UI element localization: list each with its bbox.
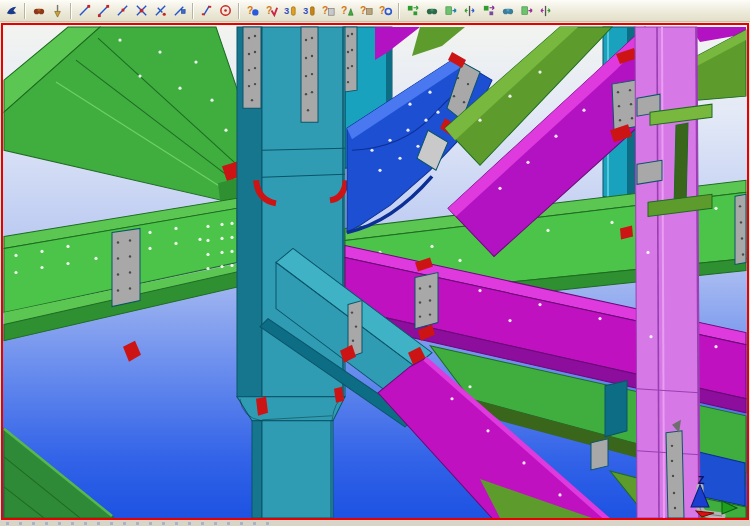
pan-tool-icon[interactable] <box>2 1 21 20</box>
numbering-modified-icon[interactable]: 3 <box>281 1 300 20</box>
snap-center-icon[interactable] <box>216 1 235 20</box>
move-to-plane-icon[interactable] <box>517 1 536 20</box>
plate-gray[interactable] <box>666 431 684 518</box>
svg-text:?: ? <box>246 5 252 16</box>
app-window: ??33???? <box>0 0 750 526</box>
snap-intersections-icon[interactable] <box>132 1 151 20</box>
snap-endpoints-icon[interactable] <box>94 1 113 20</box>
inquire-component-icon[interactable]: ? <box>376 1 395 20</box>
toolbar-group-view-tools <box>2 1 21 20</box>
svg-text:?: ? <box>322 5 328 16</box>
plate-gray[interactable] <box>243 27 261 108</box>
plumb-line-icon[interactable] <box>48 1 67 20</box>
inquire-phase-icon[interactable]: ? <box>338 1 357 20</box>
find-related-icon[interactable] <box>422 1 441 20</box>
model-scene: Z <box>3 25 747 518</box>
gusset-plate[interactable] <box>637 160 662 184</box>
plate-gray[interactable] <box>612 80 638 130</box>
move-to-object-icon[interactable] <box>479 1 498 20</box>
weld-mark <box>256 397 268 416</box>
toolbar-separator <box>24 3 26 19</box>
inquire-object-icon[interactable]: ? <box>243 1 262 20</box>
toolbar-group-copy-move-tools <box>403 1 555 20</box>
main-toolbar: ??33???? <box>0 0 750 22</box>
inquire-part-icon[interactable]: ? <box>262 1 281 20</box>
toolbar-group-inquire-tools: ??33???? <box>243 1 395 20</box>
snap-perpendicular-icon[interactable] <box>151 1 170 20</box>
toolbar-group-snap-tools <box>75 1 189 20</box>
plate-gray[interactable] <box>415 273 438 329</box>
plate-teal-stiffener[interactable] <box>605 381 627 437</box>
numbering-all-icon[interactable]: 3 <box>300 1 319 20</box>
toolbar-group-measure-tools <box>29 1 67 20</box>
model-viewport[interactable]: Z <box>1 23 749 520</box>
svg-text:3: 3 <box>284 6 289 16</box>
plate-gray[interactable] <box>735 194 746 264</box>
column-pink-right[interactable] <box>635 27 700 518</box>
snap-midpoints-icon[interactable] <box>113 1 132 20</box>
mirror-parts-icon[interactable] <box>460 1 479 20</box>
svg-text:?: ? <box>341 5 347 16</box>
toolbar-separator <box>398 3 400 19</box>
plate-gray[interactable] <box>112 228 140 306</box>
find-assembly-icon[interactable] <box>498 1 517 20</box>
snap-points-icon[interactable] <box>75 1 94 20</box>
bottom-edge-strip <box>0 520 750 526</box>
toolbar-separator <box>238 3 240 19</box>
snap-free-icon[interactable] <box>197 1 216 20</box>
toolbar-separator <box>192 3 194 19</box>
plate-gray[interactable] <box>591 439 608 470</box>
binoculars-icon[interactable] <box>29 1 48 20</box>
inquire-report-icon[interactable]: ? <box>319 1 338 20</box>
plate-gray[interactable] <box>301 27 318 122</box>
svg-text:?: ? <box>360 5 366 16</box>
copy-to-object-icon[interactable] <box>403 1 422 20</box>
snap-reference-line-icon[interactable] <box>170 1 189 20</box>
inquire-assembly-icon[interactable]: ? <box>357 1 376 20</box>
svg-text:3: 3 <box>303 6 308 16</box>
svg-text:?: ? <box>379 5 385 16</box>
align-parts-icon[interactable] <box>536 1 555 20</box>
ucs-z-label: Z <box>698 474 705 486</box>
brace-green-top-right-corner[interactable] <box>690 27 746 100</box>
toolbar-separator <box>70 3 72 19</box>
toolbar-group-snap-extra <box>197 1 235 20</box>
copy-to-plane-icon[interactable] <box>441 1 460 20</box>
